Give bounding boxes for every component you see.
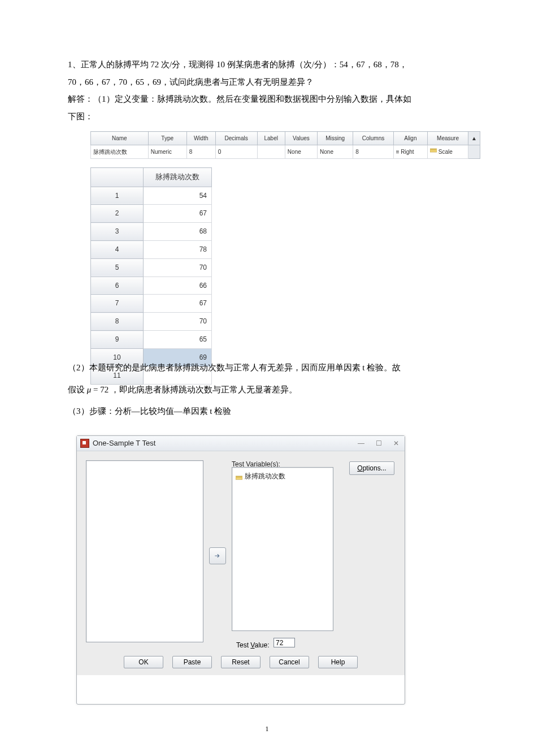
test-value-input[interactable] <box>273 638 295 647</box>
dv-row-idx[interactable]: 6 <box>91 277 144 295</box>
vv-scroll-up-icon[interactable]: ▲ <box>468 132 480 145</box>
ruler-icon <box>430 146 437 153</box>
dv-cell[interactable]: 65 <box>144 331 212 349</box>
vv-cell-missing[interactable]: None <box>318 145 353 159</box>
vv-hdr-values[interactable]: Values <box>285 132 317 145</box>
answer-intro-line1: 解答：（1）定义变量：脉搏跳动次数。然后在变量视图和数据视图中分别输入数据，具体… <box>68 91 475 107</box>
dv-col-header[interactable]: 脉搏跳动次数 <box>144 168 212 187</box>
step2-line2: 假设 μ = 72 ，即此病患者脉搏跳动次数与正常人无显著差异。 <box>68 382 475 398</box>
dv-cell[interactable]: 54 <box>144 187 212 205</box>
dv-cell[interactable]: 70 <box>144 313 212 331</box>
vv-hdr-missing[interactable]: Missing <box>318 132 353 145</box>
hypothesis-post: ，即此病患者脉搏跳动次数与正常人无显著差异。 <box>111 385 297 394</box>
hypothesis-eq: = 72 <box>91 385 111 394</box>
dialog-title: One-Sample T Test <box>93 437 155 451</box>
vv-hdr-align[interactable]: Align <box>393 132 427 145</box>
vv-cell-name[interactable]: 脉搏跳动次数 <box>91 145 149 159</box>
vv-hdr-type[interactable]: Type <box>148 132 186 145</box>
paste-button[interactable]: Paste <box>172 656 212 668</box>
dv-cell[interactable]: 70 <box>144 258 212 277</box>
test-variable-item-label: 脉搏跳动次数 <box>245 470 285 483</box>
vv-cell-decimals[interactable]: 0 <box>215 145 257 159</box>
one-sample-t-test-dialog: One-Sample T Test — ☐ ✕ Test Variable(s)… <box>76 435 405 705</box>
vv-cell-values[interactable]: None <box>285 145 317 159</box>
data-view: 脉搏跳动次数 154 267 368 478 570 666 767 870 9… <box>90 167 212 385</box>
move-right-button[interactable] <box>209 547 226 564</box>
reset-button[interactable]: Reset <box>221 656 261 668</box>
dv-row-idx[interactable]: 1 <box>91 187 144 205</box>
vv-hdr-columns[interactable]: Columns <box>353 132 393 145</box>
close-icon[interactable]: ✕ <box>391 437 401 450</box>
test-variables-list[interactable]: 脉搏跳动次数 <box>232 467 333 631</box>
dv-cell[interactable]: 78 <box>144 241 212 259</box>
answer-intro-line2: 下图： <box>68 109 475 125</box>
vv-hdr-label[interactable]: Label <box>257 132 285 145</box>
dv-row-idx[interactable]: 8 <box>91 313 144 331</box>
maximize-icon[interactable]: ☐ <box>374 437 384 450</box>
vv-cell-width[interactable]: 8 <box>186 145 215 159</box>
test-value-label: Test Value: <box>236 639 270 652</box>
vv-cell-type[interactable]: Numeric <box>148 145 186 159</box>
step3: （3）步骤：分析—比较均值—单因素 t 检验 <box>68 403 475 420</box>
vv-hdr-name[interactable]: Name <box>91 132 149 145</box>
spss-app-icon <box>80 439 89 448</box>
vv-hdr-measure[interactable]: Measure <box>428 132 468 145</box>
ok-button[interactable]: OK <box>124 656 163 668</box>
variable-view: Name Type Width Decimals Label Values Mi… <box>90 131 480 159</box>
vv-cell-columns[interactable]: 8 <box>353 145 393 159</box>
dv-cell[interactable]: 66 <box>144 277 212 295</box>
page-number: 1 <box>0 723 534 736</box>
dv-row-idx[interactable]: 3 <box>91 223 144 241</box>
test-variable-item[interactable]: 脉搏跳动次数 <box>236 470 329 483</box>
dv-cell[interactable]: 67 <box>144 295 212 313</box>
dv-cell[interactable]: 67 <box>144 205 212 223</box>
options-button[interactable]: Options... <box>349 461 394 475</box>
dv-row-idx[interactable]: 9 <box>91 331 144 349</box>
vv-cell-align[interactable]: ≡ Right <box>393 145 427 159</box>
dv-corner <box>91 168 144 187</box>
vv-hdr-decimals[interactable]: Decimals <box>215 132 257 145</box>
help-button[interactable]: Help <box>318 656 358 668</box>
vv-hdr-width[interactable]: Width <box>186 132 215 145</box>
cancel-button[interactable]: Cancel <box>270 656 309 668</box>
dv-cell[interactable]: 68 <box>144 223 212 241</box>
vv-cell-label[interactable] <box>257 145 285 159</box>
question-line2: 70，66，67，70，65，69，试问此病患者与正常人有无明显差异？ <box>68 74 475 90</box>
source-variable-list[interactable] <box>86 460 203 642</box>
dv-row-idx[interactable]: 2 <box>91 205 144 223</box>
dv-row-idx[interactable]: 4 <box>91 241 144 259</box>
question-line1: 1、正常人的脉搏平均 72 次/分，现测得 10 例某病患者的脉搏（次/分）：5… <box>68 57 475 73</box>
vv-scroll-track[interactable] <box>468 145 480 159</box>
hypothesis-prefix: 假设 <box>68 385 87 394</box>
step2-line1: （2）本题研究的是此病患者脉搏跳动次数与正常人有无差异，因而应用单因素 t 检验… <box>68 360 475 376</box>
dv-row-idx[interactable]: 7 <box>91 295 144 313</box>
minimize-icon[interactable]: — <box>355 437 367 450</box>
ruler-icon <box>236 473 242 479</box>
dv-row-idx[interactable]: 5 <box>91 258 144 277</box>
vv-cell-measure-text: Scale <box>439 149 453 155</box>
arrow-right-icon <box>214 552 222 560</box>
dialog-titlebar[interactable]: One-Sample T Test — ☐ ✕ <box>77 436 405 451</box>
vv-cell-measure[interactable]: Scale <box>428 145 468 159</box>
